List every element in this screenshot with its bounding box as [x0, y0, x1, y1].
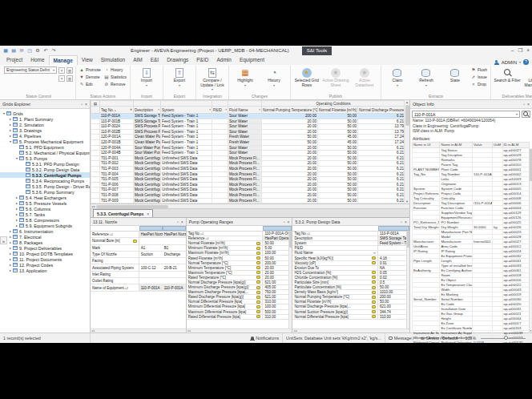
- autohide-panel-chevron[interactable]: »: [0, 236, 7, 244]
- state-button[interactable]: State: [441, 66, 469, 83]
- row-select-gutter[interactable]: [91, 124, 100, 130]
- row-select-gutter[interactable]: [91, 114, 100, 119]
- undo-icon[interactable]: ↶: [42, 47, 49, 54]
- edit-button[interactable]: ✎Edit: [79, 81, 102, 87]
- search-filter-button[interactable]: Search & Filter: [494, 66, 521, 83]
- panel-vscrollbar[interactable]: [406, 232, 409, 328]
- property-value[interactable]: 621.00: [263, 295, 292, 299]
- status-mini-button[interactable]: ×: [58, 67, 65, 74]
- property-row[interactable]: MarkA1B1: [91, 245, 186, 252]
- tree-node-5-9-equipment-subgrids[interactable]: ▸5.9. Equipment Subgrids: [0, 223, 90, 228]
- tree-node-5-process-mechanical-equipment[interactable]: ▾5. Process Mechanical Equipment: [0, 139, 90, 144]
- property-value[interactable]: [139, 258, 163, 264]
- property-value[interactable]: [163, 278, 186, 284]
- property-value[interactable]: 5.00: [263, 246, 292, 250]
- property-value[interactable]: 20.00: [263, 271, 292, 275]
- property-value[interactable]: HasPart Nozzle: [139, 232, 163, 237]
- table-row[interactable]: 110-P-002BSWS Process Fe...Feed System -…: [91, 129, 405, 135]
- tree-node-5-8-compressors[interactable]: ▸5.8. Compressors: [0, 217, 90, 223]
- property-value[interactable]: SWS Storage Tank Feed...: [378, 236, 409, 240]
- filter-icon[interactable]: ▾: [209, 108, 211, 111]
- settings-icon[interactable]: ⚙: [34, 47, 41, 54]
- value-column-header[interactable]: [378, 226, 409, 231]
- close-icon[interactable]: ×: [527, 102, 530, 107]
- property-row[interactable]: Reference▵1HasPart NozzleHasPart Nozzle: [91, 232, 186, 238]
- property-value[interactable]: 760.00: [263, 290, 292, 294]
- ribbon-tab-aim[interactable]: AIM: [129, 55, 147, 65]
- property-value[interactable]: 310.00: [263, 300, 292, 304]
- row-select-gutter[interactable]: [91, 204, 100, 204]
- column-header-tag-no-[interactable]: Tag No.▵✱: [100, 107, 134, 114]
- status-mini-button[interactable]: ×: [58, 75, 65, 82]
- row-select-gutter[interactable]: [91, 139, 100, 145]
- ribbon-tab-manage[interactable]: Manage: [49, 55, 78, 65]
- property-value[interactable]: 310.00: [263, 315, 292, 319]
- export-button[interactable]: ⇧Export▾: [166, 66, 193, 87]
- column-header-normal-pumping-temperature-c-[interactable]: Normal Pumping Temperature [°C]: [262, 107, 318, 114]
- property-value[interactable]: 110-P-001A: [378, 232, 409, 236]
- selected-grid-rows-button[interactable]: ★Selected Grid Rows: [293, 66, 320, 87]
- attribute-row[interactable]: Preferred Operating F...Preferred Operat…: [413, 340, 530, 343]
- object-search-button[interactable]: [522, 111, 530, 118]
- ribbon-tab-admin[interactable]: Admin: [212, 55, 235, 65]
- table-row[interactable]: 110-P-001BSWS Storage Ta...Feed System -…: [91, 119, 405, 124]
- property-value[interactable]: [378, 251, 409, 255]
- panel-hscrollbar[interactable]: ◂▸: [91, 328, 186, 332]
- row-select-gutter[interactable]: [91, 155, 100, 161]
- table-row[interactable]: 701-P-004Mock Centrifugal...Unfinished S…: [91, 171, 405, 177]
- table-row[interactable]: 120-P-001AClean Water Pu...Feed System -…: [91, 135, 405, 140]
- close-icon[interactable]: ×: [405, 220, 407, 224]
- property-value[interactable]: Discharge: [163, 252, 186, 257]
- ribbon-tab-equipment[interactable]: Equipment: [236, 55, 268, 65]
- column-header-normal-flowrate-m-h-[interactable]: Normal Flowrate [m³/h]: [318, 107, 358, 114]
- property-value[interactable]: 200.00: [263, 261, 292, 265]
- ribbon-tab-e-i[interactable]: E&I: [147, 55, 163, 65]
- pin-icon[interactable]: ▫: [81, 102, 83, 107]
- row-select-gutter[interactable]: [91, 135, 100, 140]
- property-value[interactable]: 200.00: [378, 295, 409, 299]
- tree-node-grids[interactable]: ▾Grids: [0, 111, 90, 116]
- help-icon[interactable]: ?: [523, 59, 529, 65]
- claim-button[interactable]: Claim▾: [384, 66, 411, 87]
- property-row[interactable]: Associated Piping System100-C-1220-B-21: [91, 264, 186, 271]
- table-row[interactable]: 120-P-004ASour Water Purg...Feed System …: [91, 145, 405, 151]
- history-button[interactable]: ◔History: [103, 66, 127, 73]
- restore-icon[interactable]: ❐: [518, 47, 522, 54]
- property-value[interactable]: 621.00: [263, 280, 292, 284]
- property-value[interactable]: 4.18: [378, 256, 409, 260]
- property-value[interactable]: 0.91: [378, 261, 409, 265]
- row-select-gutter[interactable]: [91, 119, 100, 124]
- tree-node-11-project-documents[interactable]: ▸11. Project Documents: [0, 256, 90, 262]
- pin-icon[interactable]: ▫: [284, 220, 285, 224]
- flush-button[interactable]: ⚑Flush: [470, 66, 488, 73]
- tree-node-5-1-pfd-equipment[interactable]: 5.1. PFD Equipment: [0, 144, 90, 150]
- tree-node-6-instrumentation[interactable]: ▸6. Instrumentation: [0, 228, 90, 234]
- property-value[interactable]: 20.00: [263, 276, 292, 280]
- property-value[interactable]: [163, 272, 186, 277]
- attr-column-value[interactable]: Value: [473, 142, 493, 147]
- table-row[interactable]: 701-P-010Mock Centrifugal...Unfinished S…: [91, 204, 405, 204]
- highlight-button[interactable]: ▦Highlight▾: [232, 66, 259, 87]
- property-row[interactable]: Inlet Rating: [91, 272, 186, 278]
- property-value[interactable]: [139, 238, 163, 244]
- property-value[interactable]: 405.00: [263, 285, 292, 289]
- property-value[interactable]: B1: [163, 245, 186, 251]
- value-column-header[interactable]: [139, 226, 163, 231]
- table-row[interactable]: 701-P-001Mock Centrifugal...Unfinished S…: [91, 155, 405, 161]
- table-row[interactable]: 701-P-005Mock Centrifugal...Unfinished S…: [91, 177, 405, 183]
- tree-node-3-drawings[interactable]: ▸3. Drawings: [0, 127, 90, 133]
- status-definition-combo[interactable]: Engineering Status Defini▾: [4, 66, 57, 74]
- property-value[interactable]: 0.5: [378, 280, 409, 284]
- panel-vscrollbar[interactable]: [288, 232, 292, 328]
- property-value[interactable]: Feed System - Train 1: [378, 241, 409, 245]
- drop-button[interactable]: ×Drop: [470, 81, 488, 87]
- attribute-row[interactable]: Instrument Air SupplyInstrument Air Supp…: [413, 330, 530, 335]
- property-row[interactable]: Normal Differential Pressure [kpa]310.00: [292, 315, 409, 320]
- status-mini-button[interactable]: ▥: [66, 67, 73, 74]
- status-mini-button[interactable]: ▥: [66, 75, 73, 82]
- property-value[interactable]: [378, 246, 409, 250]
- table-row[interactable]: 701-P-009Mock Centrifugal...Unfinished S…: [91, 198, 405, 204]
- tab-centrifugal-pumps[interactable]: 5.3.3. Centrifugal Pumps ×: [93, 209, 153, 217]
- tree-node-8-packages[interactable]: ▸8. Packages: [0, 240, 90, 245]
- table-row[interactable]: 701-P-003Mock Centrifugal...Unfinished S…: [91, 166, 405, 171]
